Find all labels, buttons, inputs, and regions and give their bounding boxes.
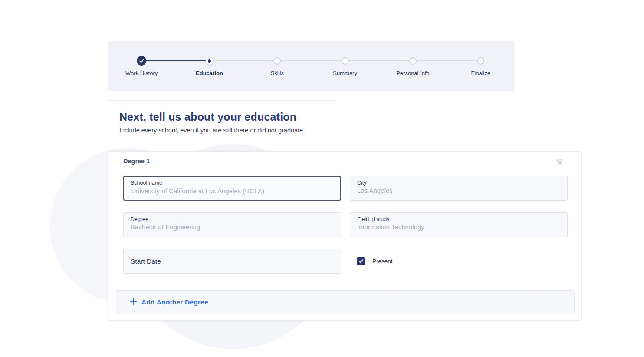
check-icon [137,56,146,66]
degree-input[interactable] [131,223,335,231]
step-label: Skills [271,69,284,77]
city-input[interactable] [357,187,561,194]
degree-label: Degree [131,216,335,222]
field-of-study-input[interactable] [357,223,561,231]
check-icon [358,258,364,265]
page-title: Next, tell us about your education [119,111,327,123]
step-label: Summary [333,69,357,77]
city-field[interactable]: City [350,176,568,201]
school-name-label: School name [131,180,335,186]
step-education[interactable]: Education [175,56,243,91]
upcoming-step-dot [477,57,484,65]
plus-icon [130,298,137,307]
page-subtitle: Include every school, even if you are st… [119,127,327,134]
trash-icon [555,162,565,168]
step-label: Work History [125,69,158,77]
school-name-input[interactable] [131,187,335,195]
intro-card: Next, tell us about your education Inclu… [108,100,336,142]
degree-card-title: Degree 1 [123,158,150,165]
present-checkbox-row: Present [350,249,568,274]
step-work-history[interactable]: Work History [108,56,175,91]
field-of-study-field[interactable]: Field of study [350,212,568,237]
degree-form-card: Degree 1 School name City Deg [108,151,582,321]
present-label: Present [372,258,393,264]
step-label: Personal Info [396,69,430,77]
add-another-degree-button[interactable]: Add Another Degree [116,290,575,314]
start-date-label: Start Date [131,258,161,265]
step-skills[interactable]: Skills [243,56,311,91]
step-personal-info[interactable]: Personal Info [379,56,447,91]
upcoming-step-dot [273,57,281,65]
step-finalize[interactable]: Finalize [447,56,515,91]
progress-stepper: Work History Education Skills Summary Pe… [108,41,515,91]
field-of-study-label: Field of study [357,216,561,222]
step-summary[interactable]: Summary [311,56,379,91]
degree-field[interactable]: Degree [123,212,341,237]
upcoming-step-dot [342,57,349,65]
active-step-dot [206,57,213,65]
add-another-degree-label: Add Another Degree [141,298,208,306]
present-checkbox[interactable] [357,257,365,265]
step-label: Education [196,69,223,77]
city-label: City [357,180,561,186]
school-name-field[interactable]: School name [123,176,341,201]
start-date-field[interactable]: Start Date [123,249,341,274]
step-label: Finalize [471,69,490,77]
upcoming-step-dot [409,57,417,65]
delete-degree-button[interactable] [554,156,565,168]
